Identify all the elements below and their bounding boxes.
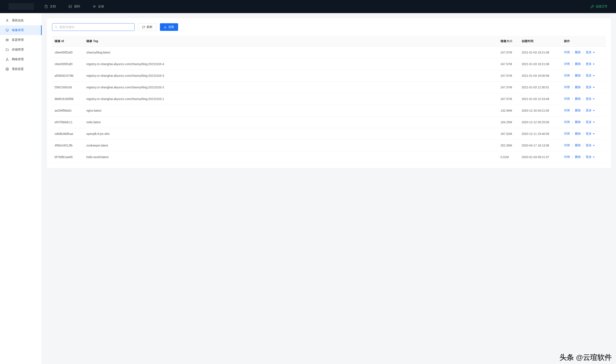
action-delete[interactable]: 删除 (575, 143, 581, 147)
cell-created: 2020-04-17 18:13:36 (519, 140, 562, 151)
svg-line-3 (93, 6, 94, 6)
separator: | (583, 109, 584, 112)
network-icon (5, 58, 9, 61)
refresh-icon (142, 26, 145, 28)
nav-docs[interactable]: 文档 (44, 5, 56, 8)
action-more[interactable]: 更多 (586, 109, 595, 112)
action-detail[interactable]: 详情 (564, 109, 570, 112)
cell-tag: hello-world:latest (84, 151, 498, 163)
cell-size: 247.57M (498, 58, 519, 70)
header-nav: 文档 源码 反馈 (44, 5, 591, 8)
cell-actions: 详情|删除|更多 (562, 151, 606, 163)
col-header-id: 镜像 Id (52, 36, 84, 47)
action-delete[interactable]: 删除 (575, 97, 581, 101)
cell-id: ef47f3b6dc11 (52, 117, 84, 128)
sidebar-item-image-mgmt[interactable]: 镜像管理 (0, 25, 42, 35)
action-delete[interactable]: 删除 (575, 155, 581, 159)
action-delete[interactable]: 删除 (575, 120, 581, 124)
cell-id: 88d916160f98 (52, 93, 84, 105)
action-more[interactable]: 更多 (586, 120, 595, 124)
svg-rect-11 (6, 39, 8, 41)
action-delete[interactable]: 删除 (575, 74, 581, 78)
action-delete[interactable]: 删除 (575, 51, 581, 54)
chevron-down-icon (593, 157, 595, 158)
top-header: 文档 源码 反馈 连接正常 (0, 0, 616, 13)
action-detail[interactable]: 详情 (564, 155, 570, 159)
separator: | (583, 155, 584, 159)
separator: | (583, 120, 584, 124)
separator: | (583, 86, 584, 89)
nav-source[interactable]: 源码 (68, 5, 80, 8)
action-more[interactable]: 更多 (586, 74, 595, 78)
cell-tag: registry.cn-shanghai.aliyuncs.com/zhanny… (84, 93, 498, 105)
sidebar-item-container-mgmt[interactable]: 容器管理 (0, 35, 42, 45)
action-more[interactable]: 更多 (586, 97, 595, 101)
action-more[interactable]: 更多 (586, 51, 595, 54)
cell-tag: openjdk:8-jre-slim (84, 128, 498, 140)
svg-point-7 (7, 19, 8, 21)
action-more[interactable]: 更多 (586, 155, 595, 159)
chevron-down-icon (593, 75, 595, 76)
cell-size: 252.30M (498, 140, 519, 151)
separator: | (583, 62, 584, 66)
action-delete[interactable]: 删除 (575, 62, 581, 66)
sidebar-item-system-info[interactable]: 系统信息 (0, 16, 42, 25)
cell-tag: nginx:latest (84, 105, 498, 117)
action-more[interactable]: 更多 (586, 85, 595, 89)
action-more[interactable]: 更多 (586, 132, 595, 136)
refresh-button[interactable]: 刷新 (138, 23, 157, 31)
action-more[interactable]: 更多 (586, 143, 595, 147)
col-header-size: 镜像大小 (498, 36, 519, 47)
logo[interactable] (8, 3, 34, 10)
svg-line-17 (6, 59, 7, 60)
action-detail[interactable]: 详情 (564, 120, 570, 124)
sidebar-item-network-mgmt[interactable]: 网络管理 (0, 54, 42, 64)
table-row: ae2feff98a0cnginx:latest132.94M2020-12-1… (52, 105, 606, 117)
file-icon (44, 5, 48, 8)
cell-size: 247.57M (498, 82, 519, 93)
content-card: 刷新 拉取 镜像 Id 镜像 Tag 镜像大小 创建时间 操作 (47, 18, 611, 168)
action-detail[interactable]: 详情 (564, 74, 570, 78)
cell-size: 0.01M (498, 151, 519, 163)
action-detail[interactable]: 详情 (564, 62, 570, 66)
action-delete[interactable]: 删除 (575, 109, 581, 112)
search-input[interactable] (52, 23, 134, 31)
sidebar-item-system-settings[interactable]: 系统设置 (0, 64, 42, 74)
action-detail[interactable]: 详情 (564, 97, 570, 101)
cell-tag: registry.cn-shanghai.aliyuncs.com/zhanny… (84, 58, 498, 70)
svg-line-18 (7, 59, 8, 60)
chevron-down-icon (593, 64, 595, 65)
action-detail[interactable]: 详情 (564, 85, 570, 89)
cell-size: 187.02M (498, 128, 519, 140)
separator: | (572, 86, 573, 89)
separator: | (572, 109, 573, 112)
cell-created: 2021-01-03 19:21:08 (519, 58, 562, 70)
action-detail[interactable]: 详情 (564, 143, 570, 147)
monitor-icon (5, 28, 9, 32)
sidebar-item-label: 存储管理 (12, 48, 24, 52)
cell-tag: redis:latest (84, 117, 498, 128)
table-row: af35b301578bregistry.cn-shanghai.aliyunc… (52, 70, 606, 82)
chevron-down-icon (593, 52, 595, 53)
action-detail[interactable]: 详情 (564, 132, 570, 136)
nav-feedback[interactable]: 反馈 (93, 5, 104, 8)
cell-created: 2020-12-12 00:25:00 (519, 117, 562, 128)
cell-id: f2fef1350c0d (52, 82, 84, 93)
user-icon (5, 19, 9, 22)
separator: | (583, 97, 584, 101)
action-more[interactable]: 更多 (586, 62, 595, 66)
cell-created: 2020-01-03 09:21:37 (519, 151, 562, 163)
separator: | (572, 144, 573, 147)
svg-point-14 (7, 58, 8, 59)
action-delete[interactable]: 删除 (575, 132, 581, 136)
cell-created: 2021-01-03 12:30:01 (519, 82, 562, 93)
sidebar: 系统信息 镜像管理 容器管理 存储管理 网络管理 系统设置 (0, 13, 42, 364)
folder-icon (5, 48, 9, 51)
action-detail[interactable]: 详情 (564, 51, 570, 54)
chevron-down-icon (593, 145, 595, 146)
cell-actions: 详情|删除|更多 (562, 105, 606, 117)
pull-button[interactable]: 拉取 (160, 23, 178, 31)
action-delete[interactable]: 删除 (575, 85, 581, 89)
sidebar-item-storage-mgmt[interactable]: 存储管理 (0, 45, 42, 54)
cell-created: 2021-01-03 19:21:08 (519, 47, 562, 58)
